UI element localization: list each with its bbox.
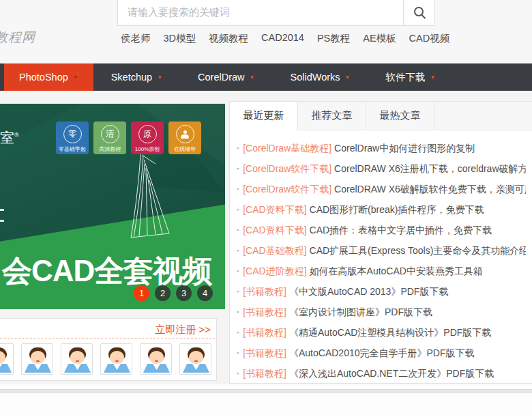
nav-item-label: CorelDraw <box>198 72 245 83</box>
bullet-icon: ▪ <box>237 186 239 192</box>
top-links: 侯老师 3D模型 视频教程 CAD2014 PS教程 AE模板 CAD视频 <box>121 32 449 45</box>
bullet-icon: ▪ <box>237 349 239 356</box>
member-avatar[interactable] <box>61 343 93 375</box>
article-item[interactable]: ▪[书籍教程]《深入浅出AutoCAD.NET二次开发》PDF版下载 <box>237 363 526 384</box>
article-item[interactable]: ▪[书籍教程]《AutoCAD2010完全自学手册》PDF版下载 <box>237 343 526 363</box>
banner-logo-fragment: 室® <box>0 128 19 147</box>
chevron-down-icon: ▼ <box>157 74 162 81</box>
register-panel: 立即注册 >> <box>0 318 217 381</box>
badge-online-coach: 在线辅导 <box>168 121 201 154</box>
header: 教程网 侯老师 3D模型 视频教程 CAD2014 PS教程 AE模板 CAD视… <box>0 0 532 63</box>
tab-recommended[interactable]: 推荐文章 <box>298 102 366 130</box>
badge-hd-tutorial: 清 高清教程 <box>93 121 126 154</box>
badge-label: 零基础学起 <box>59 145 86 153</box>
section-divider <box>0 389 532 393</box>
top-link-video[interactable]: 视频教程 <box>209 32 248 45</box>
articles-panel: 最近更新 推荐文章 最热文章 ▪[CorelDraw基础教程]CorelDraw… <box>229 101 532 384</box>
bullet-icon: ▪ <box>237 227 239 233</box>
member-avatar[interactable] <box>140 343 172 375</box>
bullet-icon: ▪ <box>237 329 239 336</box>
top-link-ae[interactable]: AE模板 <box>363 32 396 45</box>
bullet-icon: ▪ <box>237 145 239 152</box>
search-bar <box>117 0 434 26</box>
top-link-3dmodel[interactable]: 3D模型 <box>164 32 196 45</box>
cutoff-text-fragment <box>0 220 4 222</box>
nav-item-label: PhotoShop <box>19 72 68 83</box>
member-avatars-row <box>0 343 211 375</box>
member-avatar[interactable] <box>0 343 14 375</box>
slider-dot-4[interactable]: 4 <box>197 285 213 301</box>
chevron-down-icon: ▼ <box>345 74 351 81</box>
top-link-ps[interactable]: PS教程 <box>317 32 350 45</box>
nav-item-coreldraw[interactable]: CorelDraw ▼ <box>180 63 272 91</box>
main-nav: PhotoShop ▼ Sketchup ▼ CorelDraw ▼ Solid… <box>0 63 532 91</box>
nav-item-label: SolidWorks <box>291 72 340 83</box>
article-item[interactable]: ▪[CorelDraw基础教程]CorelDraw中如何进行图形的复制 <box>237 138 526 158</box>
article-item[interactable]: ▪[书籍教程]《室内设计制图讲座》PDF版下载 <box>237 302 526 322</box>
member-avatar[interactable] <box>179 343 211 375</box>
banner-badges: 零 零基础学起 清 高清教程 原 100%原创 在线辅导 <box>56 121 201 154</box>
bullet-icon: ▪ <box>237 309 239 315</box>
bullet-icon: ▪ <box>237 370 239 377</box>
nav-item-sketchup[interactable]: Sketchup ▼ <box>93 63 180 91</box>
article-item[interactable]: ▪[书籍教程]《中文版AutoCAD 2013》PDF版下载 <box>237 281 526 302</box>
site-logo: 教程网 <box>0 29 35 46</box>
article-item[interactable]: ▪[CorelDraw软件下载]CorelDRAW X6注册机下载，coreld… <box>237 158 526 179</box>
badge-zero-basis: 零 零基础学起 <box>56 121 89 154</box>
bullet-icon: ▪ <box>237 247 239 254</box>
article-item[interactable]: ▪[书籍教程]《精通AutoCAD注塑模具结构设计》PDF版下载 <box>237 322 526 343</box>
promo-banner[interactable]: 室® 零 零基础学起 清 高清教程 原 100%原创 在线辅导 <box>0 104 225 309</box>
member-avatar[interactable] <box>21 343 53 375</box>
chevron-down-icon: ▼ <box>73 74 78 81</box>
search-button[interactable] <box>403 0 434 25</box>
nav-item-label: 软件下载 <box>385 71 425 84</box>
article-item[interactable]: ▪[CAD资料下载]CAD插件：表格中文字居中插件，免费下载 <box>237 220 526 240</box>
badge-original: 原 100%原创 <box>131 121 164 154</box>
search-input[interactable] <box>118 0 403 25</box>
original-icon: 原 <box>138 125 157 143</box>
bullet-icon: ▪ <box>237 288 239 295</box>
article-item[interactable]: ▪[CAD进阶教程]如何在高版本AutoCAD中安装燕秀工具箱 <box>237 261 526 281</box>
slider-dot-1[interactable]: 1 <box>134 285 149 301</box>
nav-item-photoshop[interactable]: PhotoShop ▼ <box>4 63 93 91</box>
bullet-icon: ▪ <box>237 268 239 274</box>
tab-recent-updates[interactable]: 最近更新 <box>230 102 298 130</box>
nav-item-software-download[interactable]: 软件下载 ▼ <box>368 63 453 91</box>
member-avatar[interactable] <box>100 343 132 375</box>
top-link-cadvideo[interactable]: CAD视频 <box>409 32 450 45</box>
wireframe-tower-drawing <box>101 150 173 239</box>
hd-icon: 清 <box>101 125 119 143</box>
article-item[interactable]: ▪[CAD基础教程]CAD扩展工具(Express Tools)主要命令及其功能… <box>237 240 526 261</box>
register-now-link[interactable]: 立即注册 >> <box>155 324 211 337</box>
top-link-cad2014[interactable]: CAD2014 <box>261 32 304 45</box>
tab-strip: 最近更新 推荐文章 最热文章 <box>230 102 532 130</box>
person-icon <box>176 125 194 143</box>
chevron-down-icon: ▼ <box>250 74 255 81</box>
page: 教程网 侯老师 3D模型 视频教程 CAD2014 PS教程 AE模板 CAD视… <box>0 0 532 415</box>
dotted-divider <box>0 338 215 339</box>
chevron-down-icon: ▼ <box>430 74 435 81</box>
article-item[interactable]: ▪[CorelDraw软件下载]CorelDRAW X6破解版软件免费下载，亲测… <box>237 179 526 199</box>
nav-item-label: Sketchup <box>111 72 152 83</box>
bullet-icon: ▪ <box>237 165 239 172</box>
top-link-houlaoshi[interactable]: 侯老师 <box>121 32 151 45</box>
zero-icon: 零 <box>63 125 82 143</box>
article-list: ▪[CorelDraw基础教程]CorelDraw中如何进行图形的复制 ▪[Co… <box>230 130 532 384</box>
bullet-icon: ▪ <box>237 206 239 213</box>
search-icon <box>414 7 424 16</box>
nav-item-solidworks[interactable]: SolidWorks ▼ <box>273 63 368 91</box>
cutoff-text-fragment <box>0 209 4 211</box>
tab-hottest[interactable]: 最热文章 <box>366 102 434 130</box>
badge-label: 在线辅导 <box>174 145 196 153</box>
slider-dot-3[interactable]: 3 <box>176 285 192 301</box>
slider-dot-2[interactable]: 2 <box>155 285 171 301</box>
article-item[interactable]: ▪[CAD资料下载]CAD图形打断(break)插件程序，免费下载 <box>237 199 526 220</box>
